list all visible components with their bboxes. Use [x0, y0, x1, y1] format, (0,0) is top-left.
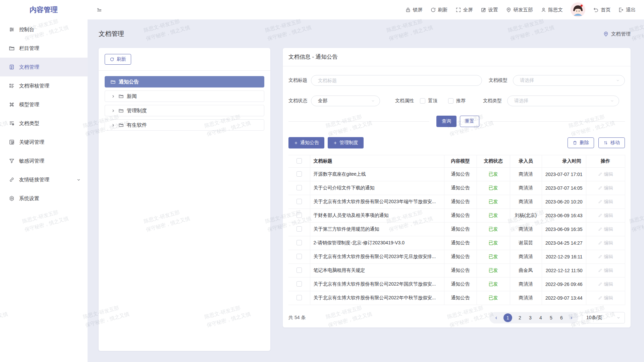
table-row: 笔记本电脑租用有关规定 通知公告 已发 曲金凤 2022-12-12 11:50…: [288, 264, 625, 278]
page-button-4[interactable]: 4: [538, 315, 543, 320]
table-row: 开源数字底座在gitee上线 通知公告 已发 商清清 2023-07-07 17…: [288, 168, 625, 181]
home-button[interactable]: 首页: [593, 7, 610, 13]
pencil-icon: [598, 282, 602, 286]
page-button-1[interactable]: 1: [503, 313, 512, 322]
reset-button[interactable]: 重置: [460, 116, 479, 127]
sidebar-item-sensitive-words[interactable]: 敏感词管理: [0, 152, 88, 170]
row-checkbox[interactable]: [297, 295, 302, 300]
doc-status-select[interactable]: 全部: [311, 96, 380, 106]
trash-icon: [573, 140, 577, 145]
next-page-button[interactable]: [569, 316, 574, 320]
table-row: 关于公司介绍文件下载的通知 通知公告 已发 商清清 2023-07-07 14:…: [288, 181, 625, 195]
row-checkbox[interactable]: [297, 226, 302, 232]
row-checkbox[interactable]: [297, 199, 302, 204]
logout-button[interactable]: 退出: [618, 7, 636, 13]
current-user[interactable]: 陈思文: [541, 7, 563, 13]
fullscreen-button[interactable]: 全屏: [455, 7, 473, 13]
sidebar-item-keywords[interactable]: 关键词管理: [0, 133, 88, 152]
topbar: 内容管理 锁屏 刷新 全屏 设置 研发五部 陈思文: [0, 0, 644, 19]
top-checkbox[interactable]: [420, 98, 425, 104]
sidebar-fold-icon[interactable]: [96, 7, 102, 13]
add-rule-button[interactable]: 管理制度: [328, 137, 364, 148]
edit-button[interactable]: 编辑: [598, 226, 613, 232]
department-indicator[interactable]: 研发五部: [506, 7, 533, 13]
page-button-3[interactable]: 3: [528, 315, 533, 320]
sidebar-item-links[interactable]: 友情链接管理: [0, 170, 88, 189]
pencil-icon: [598, 254, 602, 259]
sliders-icon: [9, 26, 15, 33]
sidebar-item-models[interactable]: 模型管理: [0, 95, 88, 114]
row-checkbox[interactable]: [297, 267, 302, 273]
settings-button[interactable]: 设置: [481, 7, 498, 13]
sidebar-item-columns[interactable]: 栏目管理: [0, 39, 88, 58]
pagination: 1 2 3 4 5 6: [489, 312, 578, 323]
doc-type-select[interactable]: 请选择: [507, 96, 619, 106]
refresh-button[interactable]: 刷新: [430, 7, 448, 13]
table-row: 关于第三方软件使用规范的通知 通知公告 已发 商清清 2023-06-09 16…: [288, 223, 625, 236]
avatar[interactable]: [571, 2, 585, 17]
table-row: 2-请销假管理制度-北京-修订20230419-V3.0 通知公告 已发 谢晨芸…: [288, 236, 625, 250]
tree-node-selected[interactable]: 通知公告: [105, 76, 264, 87]
row-checkbox[interactable]: [297, 254, 302, 259]
edit-button[interactable]: 编辑: [598, 185, 613, 191]
page-button-6[interactable]: 6: [559, 315, 564, 320]
edit-doc-icon: [9, 139, 15, 145]
doc-title-input-field[interactable]: [318, 78, 477, 83]
search-button[interactable]: 查询: [436, 116, 457, 127]
row-checkbox[interactable]: [297, 171, 302, 177]
row-checkbox[interactable]: [297, 213, 302, 218]
tree-node[interactable]: 有生软件: [105, 119, 264, 131]
status-badge: 已发: [489, 254, 498, 259]
tree-refresh-button[interactable]: 刷新: [105, 54, 131, 65]
row-checkbox[interactable]: [297, 281, 302, 287]
sidebar-item-doc-review[interactable]: 文档审核管理: [0, 76, 88, 95]
page-button-5[interactable]: 5: [548, 315, 554, 320]
doc-title-cell: 关于北京有生博大软件股份有限公司2023年元旦放假安排...: [310, 250, 444, 264]
status-badge: 已发: [489, 240, 498, 245]
row-checkbox[interactable]: [297, 185, 302, 190]
recommend-checkbox[interactable]: [448, 98, 453, 104]
edit-button[interactable]: 编辑: [598, 240, 613, 246]
edit-button[interactable]: 编辑: [598, 254, 613, 260]
tree-node[interactable]: 新闻: [105, 90, 264, 102]
status-badge: 已发: [489, 226, 498, 232]
col-time: 录入时间: [542, 155, 586, 168]
filter-status-label: 文档状态: [288, 98, 308, 104]
sidebar-item-system-settings[interactable]: 系统设置: [0, 189, 88, 208]
edit-button[interactable]: 编辑: [598, 267, 613, 274]
total-count: 共 54 条: [288, 315, 306, 321]
filter-model-label: 文档模型: [489, 77, 508, 83]
edit-button[interactable]: 编辑: [598, 281, 613, 287]
sidebar-item-doc-types[interactable]: 文档类型: [0, 114, 88, 133]
col-model: 内容模型: [444, 155, 477, 168]
doc-title-input[interactable]: [311, 75, 482, 86]
move-button[interactable]: 移动: [598, 137, 625, 148]
sidebar-item-console[interactable]: 控制台: [0, 20, 88, 39]
table-row: 于财务部人员变动及相关事项的通知 通知公告 已发 刘杨(北京) 2023-06-…: [288, 209, 625, 223]
doc-title-cell: 关于北京有生博大软件股份有限公司2022年国庆节放假安...: [310, 278, 444, 291]
tree-node[interactable]: 管理制度: [105, 105, 264, 116]
location-pin-icon: [603, 31, 609, 37]
edit-button[interactable]: 编辑: [598, 171, 613, 177]
doc-title-cell: 于财务部人员变动及相关事项的通知: [310, 209, 444, 223]
prev-page-button[interactable]: [494, 316, 498, 320]
folder-icon: [118, 94, 124, 99]
divider: [99, 70, 270, 71]
page-size-select[interactable]: 10条/页: [582, 312, 625, 323]
plus-icon: [333, 141, 337, 145]
edit-button[interactable]: 编辑: [598, 213, 613, 219]
add-notice-button[interactable]: 通知公告: [288, 137, 324, 148]
select-all-checkbox[interactable]: [297, 158, 302, 164]
edit-button[interactable]: 编辑: [598, 199, 613, 205]
sidebar-item-documents[interactable]: 文档管理: [0, 58, 88, 76]
row-checkbox[interactable]: [297, 240, 302, 245]
fullscreen-icon: [455, 7, 461, 13]
lock-screen-button[interactable]: 锁屏: [405, 7, 423, 13]
doc-model-select[interactable]: 请选择: [513, 75, 625, 86]
delete-button[interactable]: 删除: [568, 137, 594, 148]
app-title: 内容管理: [0, 5, 88, 14]
breadcrumb: 文档管理: [603, 31, 631, 37]
edit-button[interactable]: 编辑: [598, 295, 613, 301]
status-badge: 已发: [489, 267, 498, 273]
page-button-2[interactable]: 2: [517, 315, 523, 320]
